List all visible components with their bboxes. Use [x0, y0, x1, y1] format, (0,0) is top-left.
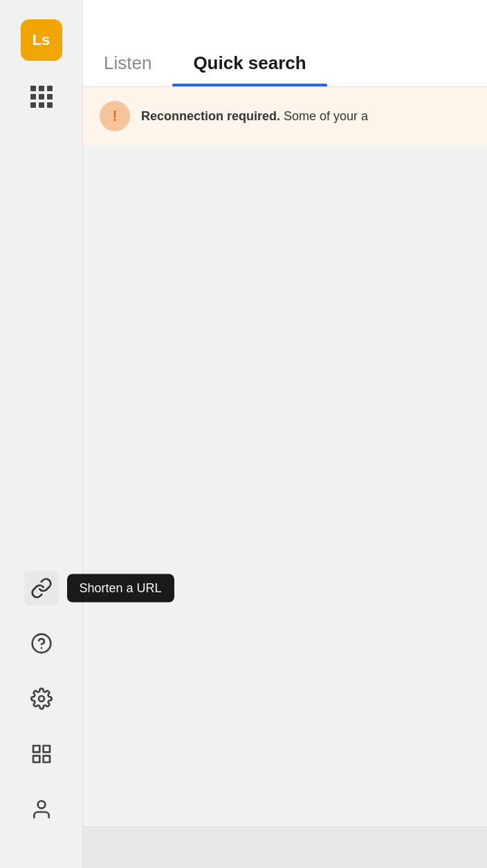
help-icon	[30, 632, 53, 654]
svg-rect-6	[43, 756, 49, 762]
link-icon	[30, 577, 53, 599]
account-icon	[30, 798, 53, 820]
app-logo[interactable]: Ls	[21, 19, 62, 61]
svg-point-2	[39, 696, 44, 701]
svg-point-7	[37, 801, 45, 809]
apps-icon[interactable]	[26, 82, 57, 112]
settings-icon	[30, 688, 53, 710]
tab-listen[interactable]: Listen	[83, 0, 172, 86]
svg-rect-4	[43, 746, 49, 752]
svg-rect-5	[33, 756, 39, 762]
help-button[interactable]	[24, 626, 59, 661]
tab-bar: Listen Quick search	[83, 0, 487, 87]
organization-icon	[30, 743, 53, 765]
main-content: Listen Quick search ! Reconnection requi…	[83, 0, 487, 868]
settings-button[interactable]	[24, 681, 59, 716]
shorten-url-button[interactable]: Shorten a URL	[24, 571, 59, 605]
tab-quick-search[interactable]: Quick search	[172, 0, 327, 86]
svg-rect-3	[33, 746, 39, 752]
alert-icon-circle: !	[100, 101, 130, 131]
alert-banner: ! Reconnection required. Some of your a	[83, 87, 487, 145]
bottom-bar	[83, 827, 487, 868]
content-area	[83, 145, 487, 827]
sidebar-bottom-nav: Shorten a URL	[24, 571, 59, 827]
alert-text: Reconnection required. Some of your a	[141, 109, 368, 124]
sidebar: Ls Shorten a URL	[0, 0, 83, 868]
logo-initials: Ls	[33, 31, 50, 49]
organization-button[interactable]	[24, 737, 59, 771]
alert-exclamation-icon: !	[112, 107, 117, 125]
account-button[interactable]	[24, 792, 59, 827]
